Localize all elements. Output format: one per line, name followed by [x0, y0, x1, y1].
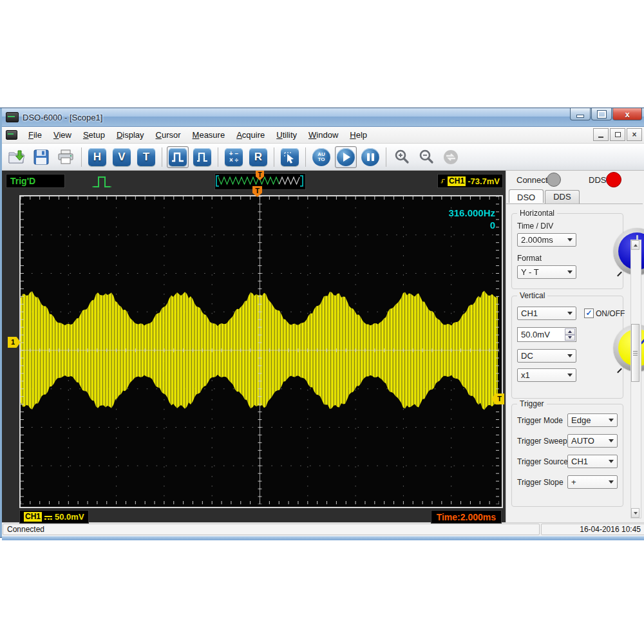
save-button[interactable]	[30, 146, 52, 168]
rising-edge-icon	[440, 176, 446, 186]
child-window-icon[interactable]	[6, 130, 17, 140]
onoff-label: ON/OFF	[596, 309, 625, 318]
menu-acquire[interactable]: Acquire	[231, 128, 270, 142]
menu-display[interactable]: Display	[111, 128, 150, 142]
auto-icon: AUTO	[312, 148, 330, 166]
refresh-acquire-button[interactable]: R	[247, 146, 269, 168]
toolbar-separator	[162, 147, 162, 167]
trigger-sweep-select[interactable]: AUTO	[567, 434, 618, 448]
chevron-down-icon	[567, 312, 573, 315]
vertical-panel-button[interactable]: V	[111, 146, 133, 168]
cursor-measure-button[interactable]	[279, 146, 301, 168]
run-button[interactable]	[335, 146, 357, 168]
menu-help[interactable]: Help	[344, 128, 373, 142]
minimize-icon	[576, 115, 584, 118]
toolbar-separator	[386, 147, 386, 167]
scrollbar-thumb[interactable]	[631, 324, 639, 382]
spin-up-icon[interactable]	[565, 328, 575, 335]
print-button[interactable]	[55, 146, 77, 168]
trigger-row-label: Trigger Source	[517, 457, 568, 466]
refresh-icon	[442, 149, 460, 166]
ch1-chip: CH1	[24, 512, 42, 522]
menu-cursor[interactable]: Cursor	[150, 128, 187, 142]
ch1-volts-value: 50.0mV	[55, 512, 84, 522]
menu-view[interactable]: View	[48, 128, 77, 142]
scroll-up-icon[interactable]	[631, 240, 639, 250]
menu-window[interactable]: Window	[303, 128, 344, 142]
trigger-status: Trig'D	[6, 174, 65, 188]
time-div-label: Time / DIV	[517, 222, 553, 231]
app-icon	[6, 112, 19, 122]
close-button[interactable]: x	[612, 108, 642, 120]
trigger-row: Trigger SweepAUTO	[517, 434, 618, 448]
open-icon	[8, 149, 26, 166]
trigger-row: Trigger ModeEdge	[517, 413, 618, 428]
title-bar[interactable]: DSO-6000 - [Scope1] x	[2, 108, 644, 127]
minimize-button[interactable]	[570, 108, 591, 120]
coupling-select[interactable]: DC	[517, 349, 576, 363]
trigger-row-label: Trigger Slope	[517, 478, 564, 487]
scope-screen[interactable]: 316.000Hz 0	[19, 195, 503, 508]
trigger-panel-button[interactable]: T	[135, 146, 157, 168]
waveform-mode-button[interactable]	[167, 146, 189, 168]
chevron-down-icon	[567, 238, 573, 242]
trigger-source-select[interactable]: CH1	[567, 455, 618, 468]
child-minimize-icon	[598, 137, 603, 138]
chevron-down-icon	[609, 460, 614, 463]
datetime-status: 16-04-2016 10:45	[541, 524, 644, 535]
child-minimize-button[interactable]	[593, 128, 609, 141]
probe-select[interactable]: x1	[517, 368, 576, 382]
math-button[interactable]: + −× ÷	[223, 146, 245, 168]
trigger-panel-button-icon: T	[137, 148, 155, 166]
vertical-group: Vertical CH1 ON/OFF 50.0mV DC x1	[511, 296, 623, 399]
ch1-reference-marker[interactable]: 1	[8, 337, 21, 348]
menu-measure[interactable]: Measure	[187, 128, 231, 142]
connection-status: Connected	[3, 524, 540, 535]
chevron-down-icon	[609, 480, 614, 484]
panel-scrollbar[interactable]	[630, 240, 641, 518]
dds-indicator[interactable]	[606, 172, 621, 187]
open-button[interactable]	[6, 146, 28, 168]
child-restore-button[interactable]	[610, 128, 625, 141]
horizontal-panel-button[interactable]: H	[86, 146, 108, 168]
onoff-checkbox[interactable]	[584, 308, 594, 318]
chevron-down-icon	[609, 419, 614, 422]
waveform-dot-mode-button[interactable]	[191, 146, 213, 168]
menu-bar: FileViewSetupDisplayCursorMeasureAcquire…	[2, 127, 644, 144]
tab-dds[interactable]: DDS	[545, 190, 579, 204]
volts-div-spinner[interactable]: 50.0mV	[517, 327, 576, 342]
window-bottom-border	[2, 536, 644, 540]
autoset-button[interactable]: AUTO	[310, 146, 332, 168]
time-div-select[interactable]: 2.000ms	[517, 233, 576, 247]
scroll-down-icon[interactable]	[631, 508, 639, 518]
maximize-icon	[598, 111, 606, 118]
trigger-slope-select[interactable]: +	[567, 475, 618, 489]
app-window: DSO-6000 - [Scope1] x FileViewSetupDispl…	[0, 108, 644, 537]
tab-dso[interactable]: DSO	[509, 189, 544, 203]
chevron-down-icon	[567, 270, 573, 274]
format-select[interactable]: Y - T	[517, 265, 576, 279]
control-panel: Connect: DDS: DSO DDS Horizontal Time / …	[506, 171, 643, 522]
horizontal-panel-button-icon: H	[88, 148, 106, 166]
trigger-mode-select[interactable]: Edge	[567, 413, 618, 427]
horizontal-group-title: Horizontal	[517, 209, 557, 218]
scope-area: Trig'D T CH1 -73.7mV	[2, 171, 506, 522]
zoom-in-button[interactable]	[391, 146, 413, 168]
zoom-out-button[interactable]	[415, 146, 437, 168]
trigger-row-label: Trigger Sweep	[517, 437, 567, 446]
menu-utility[interactable]: Utility	[270, 128, 303, 142]
channel-select[interactable]: CH1	[517, 307, 576, 320]
pause-button[interactable]	[359, 146, 381, 168]
vertical-panel-button-icon: V	[113, 148, 131, 166]
maximize-button[interactable]	[591, 108, 612, 120]
spin-down-icon[interactable]	[565, 335, 575, 341]
menu-setup[interactable]: Setup	[77, 128, 111, 142]
trigger-group: Trigger Trigger ModeEdgeTrigger SweepAUT…	[511, 404, 623, 507]
child-close-button[interactable]: ×	[627, 128, 642, 141]
format-label: Format	[517, 254, 542, 263]
pulse-dots-icon	[193, 148, 211, 166]
connect-indicator[interactable]	[547, 173, 561, 187]
menu-file[interactable]: File	[23, 128, 48, 142]
toolbar-separator	[305, 147, 306, 167]
cursor-measure-icon	[281, 148, 299, 166]
